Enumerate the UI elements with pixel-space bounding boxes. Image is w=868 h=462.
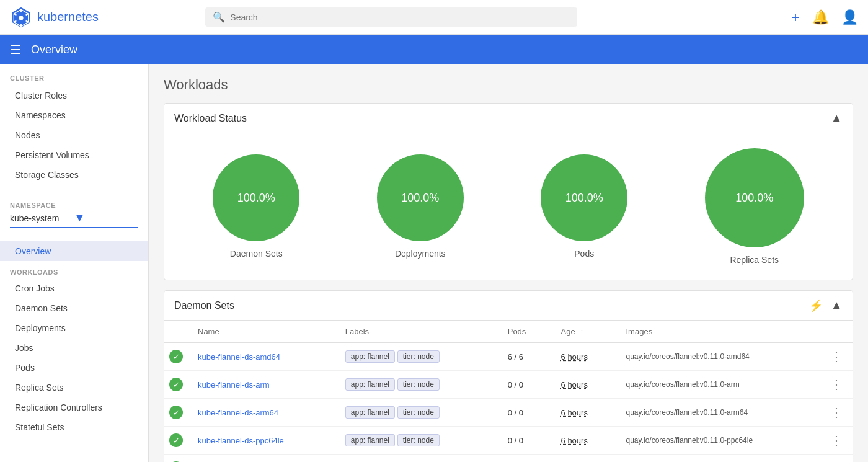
pods-value: 100.0% [565, 192, 603, 205]
layout: Cluster Cluster Roles Namespaces Nodes P… [0, 64, 868, 462]
workload-status-card: Workload Status ▲ 100.0% Daemon Sets 100… [164, 103, 853, 280]
account-button[interactable]: 👤 [841, 9, 858, 25]
namespace-select[interactable]: kube-system ▼ [10, 211, 138, 228]
page-title: Workloads [164, 77, 853, 93]
row-name-cell: kube-flannel-ds-arm64 [188, 399, 335, 427]
main-content: Workloads Workload Status ▲ 100.0% Daemo… [149, 64, 868, 462]
more-actions-button[interactable]: ⋮ [830, 377, 843, 392]
workload-status-actions: ▲ [830, 111, 843, 125]
age-value[interactable]: 6 hours [561, 408, 588, 417]
row-labels-cell: app: flanneltier: node [335, 455, 498, 463]
sub-header-title: Overview [31, 43, 78, 56]
sidebar-item-replica-sets[interactable]: Replica Sets [0, 378, 148, 398]
sidebar-item-cluster-roles[interactable]: Cluster Roles [0, 86, 148, 105]
age-sort-icon: ↑ [580, 327, 583, 336]
daemon-sets-card: Daemon Sets ⚡ ▲ Name La [164, 290, 853, 462]
row-status-cell: ✓ [164, 371, 188, 399]
table-row: ✓kube-flannel-ds-arm64app: flanneltier: … [164, 399, 852, 427]
daemon-sets-circle: 100.0% [213, 154, 299, 241]
label-chip: tier: node [397, 406, 440, 419]
col-labels: Labels [335, 321, 498, 343]
daemon-sets-value: 100.0% [237, 192, 275, 205]
sidebar-item-storage-classes[interactable]: Storage Classes [0, 165, 148, 185]
workload-status-collapse-button[interactable]: ▲ [830, 111, 843, 125]
row-age-cell: 6 hours [551, 455, 616, 463]
label-chip: app: flannel [345, 350, 395, 363]
more-actions-button[interactable]: ⋮ [830, 349, 843, 364]
replica-sets-label: Replica Sets [730, 255, 779, 265]
row-name-cell: kube-flannel-ds-amd64 [188, 343, 335, 371]
col-status [164, 321, 188, 343]
sub-header: ☰ Overview [0, 35, 868, 64]
replica-sets-circle: 100.0% [705, 148, 804, 247]
workloads-section-label: Workloads [0, 261, 148, 278]
row-name-cell: kube-flannel-ds-ppc64le [188, 427, 335, 455]
filter-icon[interactable]: ⚡ [809, 299, 823, 313]
namespace-label: Namespace [10, 202, 138, 209]
sidebar: Cluster Cluster Roles Namespaces Nodes P… [0, 64, 149, 462]
daemon-set-link[interactable]: kube-flannel-ds-arm64 [198, 408, 278, 417]
row-age-cell: 6 hours [551, 371, 616, 399]
daemon-set-link[interactable]: kube-flannel-ds-ppc64le [198, 436, 284, 445]
status-check-icon: ✓ [169, 406, 183, 419]
col-pods: Pods [498, 321, 551, 343]
col-images: Images [616, 321, 821, 343]
row-images-cell: quay.io/coreos/flannel:v0.11.0-amd64 [616, 343, 821, 371]
sidebar-item-cron-jobs[interactable]: Cron Jobs [0, 278, 148, 298]
menu-icon[interactable]: ☰ [10, 42, 21, 57]
sidebar-item-overview[interactable]: Overview [0, 241, 148, 261]
sidebar-item-jobs[interactable]: Jobs [0, 338, 148, 358]
table-row: ✓kube-flannel-ds-ppc64leapp: flanneltier… [164, 427, 852, 455]
table-row: ✓kube-flannel-ds-s390xapp: flanneltier: … [164, 455, 852, 463]
sidebar-item-daemon-sets[interactable]: Daemon Sets [0, 298, 148, 318]
workload-status-title: Workload Status [174, 113, 830, 124]
table-row: ✓kube-flannel-ds-armapp: flanneltier: no… [164, 371, 852, 399]
sidebar-item-persistent-volumes[interactable]: Persistent Volumes [0, 145, 148, 165]
daemon-sets-header: Daemon Sets ⚡ ▲ [164, 291, 852, 321]
status-check-icon: ✓ [169, 378, 183, 391]
age-value[interactable]: 6 hours [561, 352, 588, 362]
deployments-status-item: 100.0% Deployments [377, 154, 464, 259]
row-more-cell: ⋮ [820, 455, 852, 463]
search-input[interactable] [230, 12, 570, 22]
daemon-set-link[interactable]: kube-flannel-ds-arm [198, 380, 270, 389]
sidebar-divider-2 [0, 236, 148, 236]
more-actions-button[interactable]: ⋮ [830, 405, 843, 420]
row-labels-cell: app: flanneltier: node [335, 343, 498, 371]
deployments-value: 100.0% [401, 192, 439, 205]
sidebar-item-pods[interactable]: Pods [0, 358, 148, 378]
status-circles: 100.0% Daemon Sets 100.0% Deployments 10… [164, 133, 852, 280]
row-images-cell: quay.io/coreos/flannel:v0.11.0-arm [616, 371, 821, 399]
kubernetes-logo-icon [10, 6, 32, 29]
sidebar-item-deployments[interactable]: Deployments [0, 318, 148, 338]
row-pods-cell: 6 / 6 [498, 343, 551, 371]
row-name-cell: kube-flannel-ds-s390x [188, 455, 335, 463]
row-labels-cell: app: flanneltier: node [335, 399, 498, 427]
cluster-section-label: Cluster [0, 64, 148, 86]
label-chip: app: flannel [345, 378, 395, 391]
sidebar-item-replication-controllers[interactable]: Replication Controllers [0, 398, 148, 417]
more-actions-button[interactable]: ⋮ [830, 433, 843, 448]
col-age: Age ↑ [551, 321, 616, 343]
sidebar-item-stateful-sets[interactable]: Stateful Sets [0, 417, 148, 437]
sidebar-item-namespaces[interactable]: Namespaces [0, 105, 148, 125]
daemon-sets-actions: ⚡ ▲ [809, 298, 843, 313]
sidebar-item-nodes[interactable]: Nodes [0, 125, 148, 145]
deployments-label: Deployments [395, 249, 446, 259]
top-navigation: kubernetes 🔍 + 🔔 👤 [0, 0, 868, 35]
row-pods-cell: 0 / 0 [498, 455, 551, 463]
workload-status-header: Workload Status ▲ [164, 104, 852, 133]
row-age-cell: 6 hours [551, 427, 616, 455]
daemon-sets-collapse-button[interactable]: ▲ [830, 298, 843, 313]
daemon-sets-table: Name Labels Pods Age ↑ [164, 321, 852, 462]
row-labels-cell: app: flanneltier: node [335, 371, 498, 399]
row-more-cell: ⋮ [820, 427, 852, 455]
pods-label: Pods [574, 249, 594, 259]
search-bar[interactable]: 🔍 [205, 7, 577, 27]
age-value[interactable]: 6 hours [561, 380, 588, 389]
row-status-cell: ✓ [164, 343, 188, 371]
notifications-button[interactable]: 🔔 [812, 9, 829, 25]
add-button[interactable]: + [791, 9, 800, 26]
age-value[interactable]: 6 hours [561, 436, 588, 445]
daemon-set-link[interactable]: kube-flannel-ds-amd64 [198, 352, 280, 362]
